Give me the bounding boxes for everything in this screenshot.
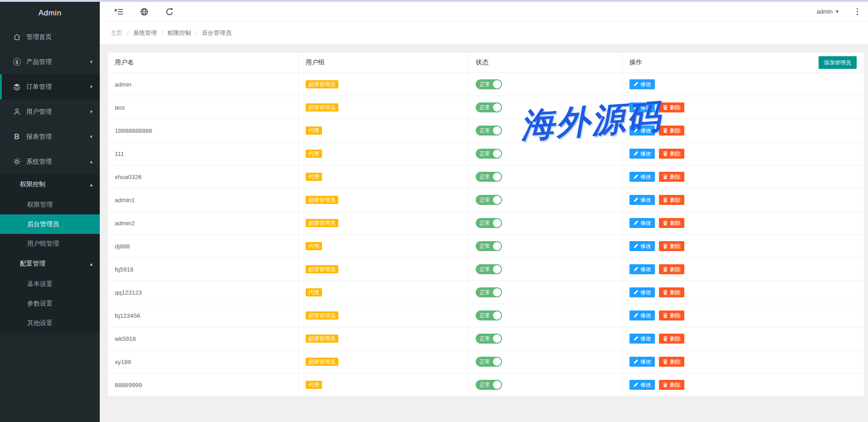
edit-button[interactable]: 修改: [629, 380, 655, 390]
sidebar-item-backend-admins[interactable]: 后台管理员: [0, 214, 100, 234]
delete-button[interactable]: 删除: [659, 195, 684, 205]
status-toggle[interactable]: 正常: [476, 380, 502, 390]
delete-button[interactable]: 删除: [659, 218, 684, 228]
edit-button[interactable]: 修改: [629, 195, 655, 205]
table-row: dj888 代理 正常 修改 删除: [108, 235, 864, 258]
caret-up-icon: ▴: [90, 159, 93, 165]
sidebar-item-user-groups[interactable]: 用户组管理: [0, 234, 100, 253]
edit-button[interactable]: 修改: [629, 172, 655, 182]
status-toggle[interactable]: 正常: [476, 195, 502, 205]
breadcrumb: 主页 / 系统管理 / 权限控制 / 后台管理员: [100, 22, 868, 44]
breadcrumb-home[interactable]: 主页: [111, 29, 122, 37]
cell-usergroup: 代理: [299, 142, 469, 165]
sidebar-item-users[interactable]: 用户管理 ▾: [0, 99, 100, 124]
edit-button[interactable]: 修改: [629, 310, 655, 320]
delete-button[interactable]: 删除: [659, 172, 684, 182]
sidebar-item-home[interactable]: 管理首页: [0, 24, 100, 49]
cell-actions: 修改 删除: [623, 212, 864, 235]
edit-button[interactable]: 修改: [629, 149, 655, 159]
user-name: admin: [817, 8, 833, 15]
edit-button[interactable]: 修改: [629, 79, 655, 89]
sidebar-item-label: 其他设置: [27, 319, 93, 327]
status-toggle[interactable]: 正常: [476, 172, 502, 182]
delete-button[interactable]: 删除: [659, 264, 684, 274]
status-toggle[interactable]: 正常: [476, 287, 502, 297]
trash-icon: [663, 220, 668, 226]
sidebar-item-other-settings[interactable]: 其他设置: [0, 313, 100, 333]
status-toggle[interactable]: 正常: [476, 241, 502, 251]
cell-usergroup: 代理: [299, 281, 469, 304]
status-toggle[interactable]: 正常: [476, 357, 502, 367]
breadcrumb-separator: /: [127, 29, 129, 36]
edit-button[interactable]: 修改: [629, 241, 655, 251]
table-row: wk5918 超级管理员 正常 修改 删除: [108, 327, 864, 350]
toggle-knob: [493, 288, 501, 296]
sidebar-item-products[interactable]: $ 产品管理 ▾: [0, 49, 100, 74]
status-toggle[interactable]: 正常: [476, 218, 502, 228]
sidebar-item-param-settings[interactable]: 参数设置: [0, 294, 100, 313]
col-header-usergroup: 用户组: [299, 53, 469, 73]
breadcrumb-system[interactable]: 系统管理: [133, 29, 157, 37]
delete-button[interactable]: 删除: [659, 334, 684, 344]
delete-button[interactable]: 删除: [659, 310, 684, 320]
cell-username: 88889999: [108, 373, 299, 397]
pencil-icon: [633, 105, 639, 110]
user-icon: [12, 107, 21, 116]
sidebar-item-system[interactable]: 系统管理 ▴: [0, 149, 100, 174]
status-toggle[interactable]: 正常: [476, 126, 502, 136]
trash-icon: [663, 267, 668, 272]
delete-button[interactable]: 删除: [659, 357, 684, 367]
sidebar-item-label: 权限控制: [20, 180, 90, 189]
delete-button[interactable]: 删除: [659, 126, 684, 136]
breadcrumb-permission[interactable]: 权限控制: [167, 29, 191, 37]
toggle-knob: [493, 335, 501, 343]
sidebar-item-permission-ctrl[interactable]: 权限控制 ▴: [0, 174, 100, 195]
sidebar-item-permission-mgmt[interactable]: 权限管理: [0, 195, 100, 214]
trash-icon: [663, 197, 668, 203]
delete-button[interactable]: 删除: [659, 380, 684, 390]
edit-button[interactable]: 修改: [629, 334, 655, 344]
status-toggle[interactable]: 正常: [476, 102, 502, 112]
edit-button[interactable]: 修改: [629, 264, 655, 274]
status-toggle[interactable]: 正常: [476, 334, 502, 344]
group-badge: 超级管理员: [306, 80, 338, 88]
chevron-down-icon: ▼: [835, 9, 839, 14]
cell-status: 正常: [469, 165, 623, 189]
cell-username: admin: [108, 73, 299, 96]
edit-button[interactable]: 修改: [629, 126, 655, 136]
status-toggle[interactable]: 正常: [476, 149, 502, 159]
status-toggle[interactable]: 正常: [476, 310, 502, 320]
cell-usergroup: 代理: [299, 373, 469, 397]
username-text: 88889999: [115, 382, 142, 388]
refresh-icon[interactable]: [165, 7, 174, 16]
sidebar-item-reports[interactable]: B 报表管理 ▾: [0, 124, 100, 149]
globe-icon[interactable]: [140, 7, 149, 16]
edit-button[interactable]: 修改: [629, 102, 655, 112]
sidebar-item-config-mgmt[interactable]: 配置管理 ▴: [0, 253, 100, 274]
user-menu[interactable]: admin ▼: [817, 8, 839, 15]
delete-button[interactable]: 删除: [659, 149, 684, 159]
status-toggle[interactable]: 正常: [476, 79, 502, 89]
edit-button[interactable]: 修改: [629, 287, 655, 297]
cell-usergroup: 超级管理员: [299, 189, 469, 212]
group-badge: 超级管理员: [306, 265, 338, 273]
sidebar-item-basic-settings[interactable]: 基本设置: [0, 274, 100, 294]
status-toggle[interactable]: 正常: [476, 264, 502, 274]
kebab-menu-icon[interactable]: [855, 6, 860, 17]
delete-button[interactable]: 删除: [659, 102, 684, 112]
trash-icon: [663, 105, 668, 110]
collapse-menu-icon[interactable]: [114, 7, 123, 16]
table-row: admin1 超级管理员 正常 修改 删除: [108, 189, 864, 212]
cell-username: admin1: [108, 189, 299, 212]
username-text: fq5918: [115, 266, 133, 273]
delete-button[interactable]: 删除: [659, 287, 684, 297]
add-admin-button[interactable]: 添加管理员: [819, 56, 857, 69]
sidebar-item-orders[interactable]: 订单管理 ▾: [0, 74, 100, 99]
edit-button[interactable]: 修改: [629, 218, 655, 228]
cell-status: 正常: [469, 281, 623, 304]
table-row: qq123123 代理 正常 修改 删除: [108, 281, 864, 304]
delete-button[interactable]: 删除: [659, 241, 684, 251]
sidebar-item-label: 配置管理: [20, 260, 90, 268]
edit-button[interactable]: 修改: [629, 357, 655, 367]
toggle-knob: [493, 242, 501, 250]
